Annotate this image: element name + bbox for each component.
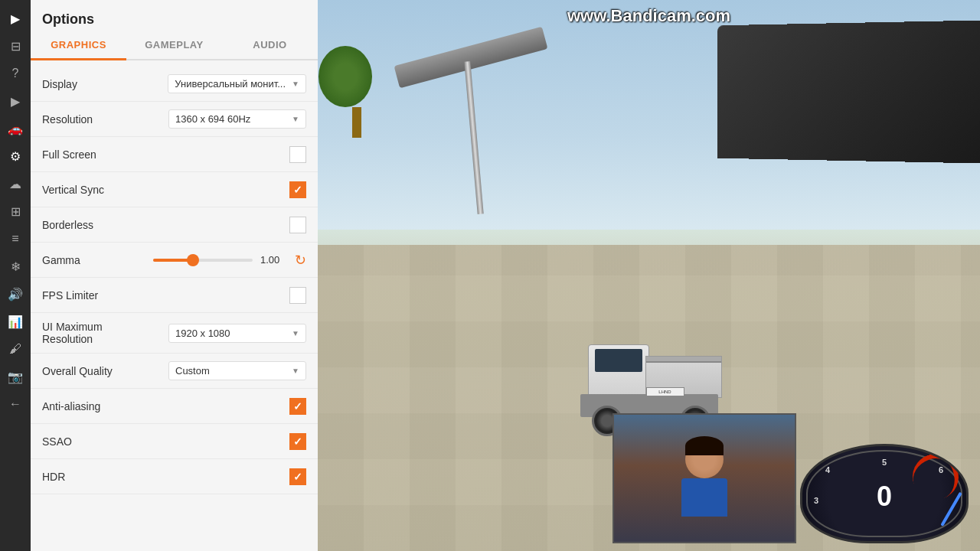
sidebar-icon-settings[interactable]: ⚙ bbox=[5, 145, 26, 167]
tree bbox=[341, 46, 372, 138]
gamma-slider-track[interactable] bbox=[153, 259, 253, 262]
fullscreen-label: Full Screen bbox=[42, 148, 289, 161]
hdr-label: HDR bbox=[42, 471, 289, 483]
dark-structure bbox=[717, 20, 980, 163]
ui-max-resolution-value: 1920 x 1080 bbox=[175, 328, 230, 339]
resolution-row: Resolution 1360 x 694 60Hz ▼ bbox=[31, 102, 318, 137]
speedometer: 3 4 5 6 0 bbox=[800, 444, 969, 543]
overall-quality-arrow: ▼ bbox=[292, 367, 299, 375]
sidebar-icon-chart[interactable]: 📊 bbox=[5, 311, 26, 332]
speedo-tick-5: 5 bbox=[882, 458, 887, 467]
gamma-row: Gamma 1.00 ↺ bbox=[31, 243, 318, 278]
options-tabs: GRAPHICS GAMEPLAY AUDIO bbox=[31, 31, 318, 60]
display-dropdown-arrow: ▼ bbox=[292, 80, 299, 88]
fullscreen-checkbox[interactable] bbox=[289, 146, 306, 163]
sidebar-icon-cloud[interactable]: ☁ bbox=[5, 173, 26, 194]
anti-aliasing-label: Anti-aliasing bbox=[42, 400, 289, 412]
gamma-label: Gamma bbox=[42, 254, 153, 266]
sidebar-icon-layers[interactable]: ⊟ bbox=[5, 35, 26, 57]
ssao-label: SSAO bbox=[42, 435, 289, 448]
overall-quality-control: Custom ▼ bbox=[168, 361, 306, 380]
hdr-checkbox[interactable] bbox=[289, 468, 306, 485]
sidebar-icon-back[interactable]: ← bbox=[5, 393, 26, 415]
person-figure bbox=[674, 440, 735, 517]
truck-cab-window bbox=[595, 349, 642, 372]
options-title: Options bbox=[31, 0, 318, 31]
person-hair bbox=[685, 436, 724, 455]
speedo-value: 0 bbox=[877, 481, 892, 513]
options-panel: Options GRAPHICS GAMEPLAY AUDIO Display … bbox=[31, 0, 318, 551]
fps-limiter-row: FPS Limiter bbox=[31, 278, 318, 313]
ssao-checkbox[interactable] bbox=[289, 433, 306, 450]
ui-max-resolution-row: UI MaximumResolution 1920 x 1080 ▼ bbox=[31, 313, 318, 354]
borderless-control bbox=[289, 217, 306, 233]
ui-max-resolution-arrow: ▼ bbox=[292, 329, 299, 337]
vsync-control bbox=[289, 181, 306, 198]
resolution-control: 1360 x 694 60Hz ▼ bbox=[168, 109, 306, 129]
fps-limiter-control bbox=[289, 287, 306, 304]
hdr-row: HDR bbox=[31, 459, 318, 494]
speedo-tick-6: 6 bbox=[939, 465, 943, 474]
gamma-value: 1.00 bbox=[260, 254, 287, 266]
sidebar-icon-car[interactable]: 🚗 bbox=[5, 118, 26, 139]
overall-quality-label: Overall Quality bbox=[42, 365, 168, 377]
fullscreen-control bbox=[289, 146, 306, 163]
truck-license-plate: LHND bbox=[646, 387, 684, 396]
sidebar-icon-snowflake[interactable]: ❄ bbox=[5, 256, 26, 277]
sidebar-icon-grid[interactable]: ⊞ bbox=[5, 201, 26, 222]
sidebar-icon-brush[interactable]: 🖌 bbox=[5, 338, 26, 360]
tab-graphics[interactable]: GRAPHICS bbox=[31, 31, 126, 60]
speedo-tick-4: 4 bbox=[825, 465, 830, 474]
ssao-row: SSAO bbox=[31, 424, 318, 459]
borderless-label: Borderless bbox=[42, 219, 289, 231]
ui-max-resolution-dropdown[interactable]: 1920 x 1080 ▼ bbox=[168, 324, 306, 343]
display-value: Универсальный монит... bbox=[175, 78, 286, 90]
fps-limiter-checkbox[interactable] bbox=[289, 287, 306, 304]
sidebar-icon-help[interactable]: ? bbox=[5, 63, 26, 84]
vsync-row: Vertical Sync bbox=[31, 172, 318, 207]
ssao-control bbox=[289, 433, 306, 450]
display-dropdown[interactable]: Универсальный монит... ▼ bbox=[168, 74, 306, 93]
sidebar: ▶ ⊟ ? ▶ 🚗 ⚙ ☁ ⊞ ≡ ❄ 🔊 📊 🖌 📷 ← bbox=[0, 0, 31, 551]
sidebar-icon-camera[interactable]: 📷 bbox=[5, 366, 26, 387]
tab-audio[interactable]: AUDIO bbox=[222, 31, 318, 59]
vsync-checkbox[interactable] bbox=[289, 181, 306, 198]
resolution-label: Resolution bbox=[42, 113, 168, 126]
gamma-control: 1.00 ↺ bbox=[153, 252, 306, 269]
gamma-slider-thumb[interactable] bbox=[187, 254, 199, 266]
overall-quality-value: Custom bbox=[175, 365, 210, 377]
person-body bbox=[681, 478, 727, 517]
ui-max-resolution-control: 1920 x 1080 ▼ bbox=[168, 324, 306, 343]
display-row: Display Универсальный монит... ▼ bbox=[31, 67, 318, 102]
anti-aliasing-checkbox[interactable] bbox=[289, 398, 306, 415]
fullscreen-row: Full Screen bbox=[31, 137, 318, 172]
sidebar-icon-volume[interactable]: 🔊 bbox=[5, 283, 26, 305]
game-viewport: LHND www.Bandicam.com 3 4 5 6 0 bbox=[318, 0, 980, 551]
hdr-control bbox=[289, 468, 306, 485]
sidebar-icon-play[interactable]: ▶ bbox=[5, 8, 26, 29]
gamma-reset-button[interactable]: ↺ bbox=[295, 252, 306, 269]
borderless-checkbox[interactable] bbox=[289, 217, 306, 233]
tab-gameplay[interactable]: GAMEPLAY bbox=[126, 31, 222, 59]
fps-limiter-label: FPS Limiter bbox=[42, 289, 289, 302]
resolution-value: 1360 x 694 60Hz bbox=[175, 113, 250, 125]
sidebar-icon-video[interactable]: ▶ bbox=[5, 90, 26, 112]
truck-cab bbox=[588, 344, 649, 398]
overall-quality-dropdown[interactable]: Custom ▼ bbox=[168, 361, 306, 380]
webcam-feed bbox=[614, 415, 795, 542]
person-head bbox=[685, 440, 724, 478]
bandicam-watermark: www.Bandicam.com bbox=[567, 6, 730, 26]
ui-max-resolution-label: UI MaximumResolution bbox=[42, 321, 168, 345]
vsync-label: Vertical Sync bbox=[42, 184, 289, 196]
display-label: Display bbox=[42, 78, 168, 90]
anti-aliasing-control bbox=[289, 398, 306, 415]
gamma-slider-container: 1.00 ↺ bbox=[153, 252, 306, 269]
display-control: Универсальный монит... ▼ bbox=[168, 74, 306, 93]
truck-bed-rails bbox=[646, 357, 721, 363]
anti-aliasing-row: Anti-aliasing bbox=[31, 389, 318, 424]
resolution-dropdown[interactable]: 1360 x 694 60Hz ▼ bbox=[168, 109, 306, 129]
sidebar-icon-sliders[interactable]: ≡ bbox=[5, 228, 26, 249]
speedo-tick-3: 3 bbox=[814, 496, 818, 505]
borderless-row: Borderless bbox=[31, 207, 318, 243]
overall-quality-row: Overall Quality Custom ▼ bbox=[31, 354, 318, 389]
